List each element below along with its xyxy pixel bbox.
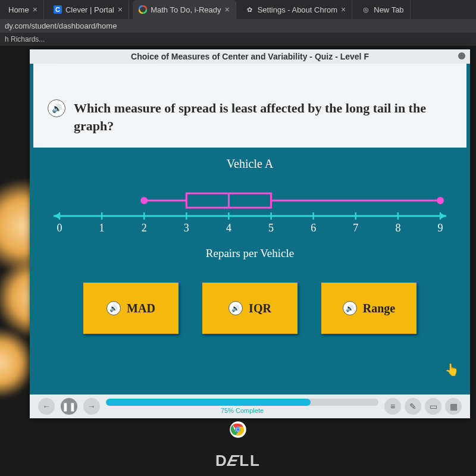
answer-iqr[interactable]: 🔊 IQR bbox=[202, 283, 298, 334]
speaker-icon[interactable]: 🔊 bbox=[107, 301, 121, 315]
url-bar[interactable]: dy.com/student/dashboard/home bbox=[0, 19, 476, 33]
svg-text:9: 9 bbox=[438, 222, 443, 234]
tab-label: Clever | Portal bbox=[65, 5, 114, 14]
x-axis-label: Repairs per Vehicle bbox=[48, 247, 452, 260]
svg-point-28 bbox=[140, 197, 148, 204]
pointer-cursor-icon: 👆 bbox=[444, 362, 459, 377]
question-text: Which measure of spread is least affecte… bbox=[74, 99, 452, 134]
speaker-icon[interactable]: 🔊 bbox=[48, 99, 65, 117]
iready-app: Choice of Measures of Center and Variabi… bbox=[30, 49, 470, 418]
progress-area: 75% Complete bbox=[106, 399, 378, 414]
dell-logo: DELL bbox=[0, 452, 476, 470]
svg-text:3: 3 bbox=[184, 222, 189, 234]
browser-chrome: Home × C Clever | Portal × Math To Do, i… bbox=[0, 0, 476, 46]
svg-text:6: 6 bbox=[311, 222, 316, 234]
tab-label: New Tab bbox=[374, 5, 403, 14]
close-icon[interactable]: × bbox=[33, 5, 37, 14]
tab-clever[interactable]: C Clever | Portal × bbox=[48, 0, 129, 19]
clever-icon: C bbox=[54, 5, 62, 14]
toolbar-right: ≡ ✎ ▭ ▦ bbox=[384, 398, 462, 415]
chart-title: Vehicle A bbox=[48, 157, 452, 171]
notes-button[interactable]: ▭ bbox=[425, 398, 441, 415]
question-panel: 🔊 Which measure of spread is least affec… bbox=[33, 64, 466, 148]
progress-bar bbox=[106, 399, 378, 406]
lesson-title-bar: Choice of Measures of Center and Variabi… bbox=[30, 49, 470, 64]
answer-range[interactable]: 🔊 Range bbox=[321, 283, 416, 334]
close-icon[interactable]: × bbox=[341, 5, 346, 14]
lesson-title: Choice of Measures of Center and Variabi… bbox=[131, 52, 369, 61]
tab-settings[interactable]: ✿ Settings - About Chrom × bbox=[240, 0, 353, 19]
speaker-icon[interactable]: 🔊 bbox=[228, 301, 243, 315]
iready-icon bbox=[139, 5, 147, 14]
svg-text:2: 2 bbox=[142, 222, 147, 234]
chrome-icon[interactable] bbox=[229, 421, 247, 439]
svg-point-33 bbox=[237, 428, 240, 431]
svg-text:0: 0 bbox=[57, 222, 62, 234]
progress-fill bbox=[106, 399, 311, 406]
forward-button[interactable]: → bbox=[83, 398, 100, 415]
tab-label: Home bbox=[8, 5, 29, 14]
close-icon[interactable]: × bbox=[224, 5, 229, 14]
answer-label: Range bbox=[363, 302, 395, 315]
boxplot-chart: 0123456789 bbox=[48, 174, 452, 246]
bottom-toolbar: ← ❚❚ → 75% Complete ≡ ✎ ▭ ▦ bbox=[30, 394, 470, 418]
svg-text:4: 4 bbox=[226, 222, 231, 234]
boxplot-svg: 0123456789 bbox=[48, 174, 452, 246]
back-button[interactable]: ← bbox=[38, 398, 55, 415]
tab-label: Settings - About Chrom bbox=[258, 5, 337, 14]
svg-marker-2 bbox=[54, 213, 60, 219]
bookmark-item[interactable]: h Richards... bbox=[5, 35, 45, 43]
bookmarks-bar: h Richards... bbox=[0, 33, 476, 46]
svg-point-29 bbox=[437, 197, 444, 204]
calculator-button[interactable]: ▦ bbox=[445, 398, 462, 415]
answer-label: IQR bbox=[249, 302, 271, 315]
globe-icon: ◎ bbox=[362, 5, 370, 14]
tab-label: Math To Do, i-Ready bbox=[151, 5, 221, 14]
close-icon[interactable]: × bbox=[118, 5, 123, 14]
close-lesson-button[interactable] bbox=[458, 52, 465, 60]
pause-button[interactable]: ❚❚ bbox=[61, 398, 77, 415]
progress-label: 75% Complete bbox=[221, 407, 264, 414]
answer-choices: 🔊 MAD 🔊 IQR 🔊 Range bbox=[30, 283, 470, 334]
svg-text:5: 5 bbox=[268, 222, 274, 234]
svg-text:8: 8 bbox=[395, 222, 400, 234]
svg-marker-3 bbox=[440, 213, 446, 219]
os-shelf bbox=[0, 416, 476, 443]
draw-button[interactable]: ✎ bbox=[405, 398, 421, 415]
svg-text:7: 7 bbox=[353, 222, 358, 234]
answer-label: MAD bbox=[127, 302, 155, 315]
tab-strip: Home × C Clever | Portal × Math To Do, i… bbox=[0, 0, 476, 19]
glossary-button[interactable]: ≡ bbox=[384, 398, 401, 415]
tab-new[interactable]: ◎ New Tab bbox=[356, 0, 410, 19]
tab-iready[interactable]: Math To Do, i-Ready × bbox=[133, 0, 236, 19]
svg-text:1: 1 bbox=[99, 222, 105, 234]
chart-area: Vehicle A 0123456789 Repairs per Vehicle bbox=[30, 148, 470, 266]
gear-icon: ✿ bbox=[246, 5, 254, 14]
answer-mad[interactable]: 🔊 MAD bbox=[83, 283, 178, 334]
url-text: dy.com/student/dashboard/home bbox=[5, 21, 117, 30]
tab-home[interactable]: Home × bbox=[2, 0, 44, 19]
speaker-icon[interactable]: 🔊 bbox=[343, 301, 357, 315]
